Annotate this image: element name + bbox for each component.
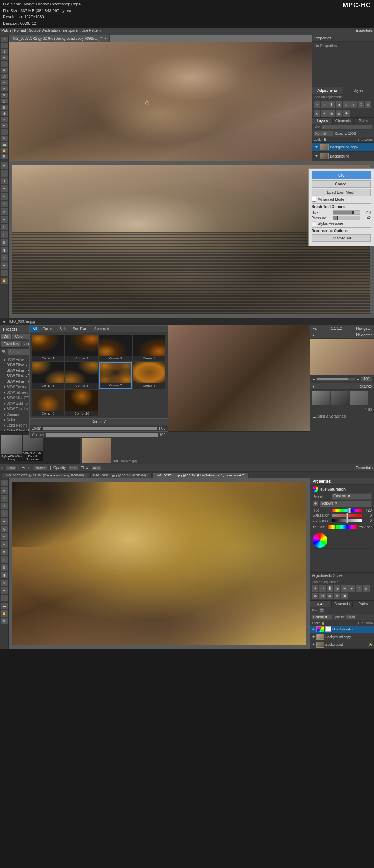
ps-tab4-2[interactable]: IMG_0637m.jpg @ 33.3% (RGB/8#) * <box>90 472 152 478</box>
adj-gradient-map[interactable]: ▤ <box>365 101 371 108</box>
adj4-chanmix[interactable]: ⊞ <box>319 593 326 599</box>
corner-item-4[interactable]: Corner 4 <box>133 335 165 361</box>
tool2-hand[interactable]: ✋ <box>1 278 8 284</box>
tool2-crop[interactable]: ⊹ <box>1 193 8 200</box>
preset-tab-color[interactable]: Color <box>12 334 27 339</box>
tab-channels[interactable]: Channels <box>333 118 353 124</box>
select-tool[interactable]: ▭ <box>1 43 8 48</box>
toolbar4-opacity-val[interactable]: 21% <box>69 466 79 470</box>
tool2-dodge[interactable]: ○ <box>1 254 8 261</box>
tool4-lasso[interactable]: ⌇ <box>1 495 8 502</box>
liquify-size-slider[interactable] <box>333 210 360 215</box>
texture-thumb-3[interactable] <box>350 391 368 405</box>
adj4-posterize[interactable]: ▣ <box>327 593 333 599</box>
zoom-input[interactable] <box>361 376 372 382</box>
corner-item-8[interactable]: Corner 8 <box>133 362 165 389</box>
tool2-eyedrop[interactable]: ✒ <box>1 201 8 207</box>
liquify-cancel-button[interactable]: Cancel <box>312 180 371 188</box>
adj-photo-filter[interactable]: ⬡ <box>358 101 364 108</box>
adj4-huesat[interactable]: ◑ <box>334 585 340 592</box>
adj-channel-mixer[interactable]: ⊞ <box>321 110 328 117</box>
corner-item-2[interactable]: Corner 2 <box>80 335 98 361</box>
nav-zoom-slider[interactable] <box>316 378 355 381</box>
adj4-bright[interactable]: ☀ <box>312 585 318 592</box>
hs-sat-slider[interactable] <box>332 514 362 517</box>
preset-thumb-2[interactable]: Agfa APX 400 - Dust & Scratches <box>23 435 43 461</box>
textures-collapse-icon[interactable]: ▾ <box>313 384 314 388</box>
liquify-ok-button[interactable]: OK <box>312 171 371 179</box>
tool2-move[interactable]: ✛ <box>1 162 8 169</box>
tool4-brush[interactable]: ✏ <box>1 533 8 540</box>
lock-icon[interactable]: 🔒 <box>323 138 327 141</box>
tool4-dodge[interactable]: ○ <box>1 580 8 586</box>
hs-channel-dropdown[interactable]: Yellows ▼ <box>320 501 372 507</box>
tool2-type[interactable]: T <box>1 270 8 276</box>
tool2-pen[interactable]: ✒ <box>1 262 8 269</box>
hs-master-btn[interactable]: ⊗ <box>313 501 318 506</box>
hs-light-slider[interactable] <box>332 519 362 522</box>
tool4-hand[interactable]: ✋ <box>1 610 8 617</box>
tool2-brush[interactable]: ✏ <box>1 216 8 223</box>
tool4-eyedrop[interactable]: ✒ <box>1 518 8 525</box>
layer4-eye-bgcopy[interactable]: 👁 <box>312 635 315 639</box>
adj4-curves[interactable]: ∿ <box>319 585 326 592</box>
adj-levels[interactable]: ▊ <box>328 101 335 108</box>
adj-tab4-styles[interactable]: Styles <box>333 574 343 578</box>
layer4-item-huesat[interactable]: 👁 Hue/Saturation 1 <box>310 626 374 633</box>
canvas-tab1[interactable]: IMG_0637.CR2 @ 62.6% (Background copy, R… <box>9 35 110 42</box>
spot-heal-tool[interactable]: ◎ <box>1 74 8 79</box>
texture-thumb-2[interactable] <box>331 391 349 405</box>
tool2-lasso[interactable]: ⌇ <box>1 178 8 184</box>
move-tool[interactable]: ✛ <box>1 37 8 42</box>
layers4-kind-selector[interactable]: ▽ <box>319 608 324 613</box>
adj-brightness[interactable]: ☀ <box>314 101 320 108</box>
adj-colorbal[interactable]: ⊡ <box>343 101 350 108</box>
adj4-vibrance[interactable]: ◈ <box>348 585 355 592</box>
tool4-wand[interactable]: ✦ <box>1 503 8 509</box>
type-tool[interactable]: T <box>1 129 8 135</box>
tool2-clone[interactable]: ✂ <box>1 224 8 230</box>
corner-item-3[interactable]: Corner 3 <box>99 335 132 361</box>
tool4-eraser[interactable]: ◻ <box>1 556 8 563</box>
toolbar4-mode-val[interactable]: Normal <box>34 466 48 470</box>
essentials4-label[interactable]: Essentials <box>356 466 373 470</box>
dodge-tool[interactable]: ○ <box>1 117 8 122</box>
adj-threshold[interactable]: ▧ <box>336 110 342 117</box>
preset-tab-all[interactable]: All <box>1 334 11 339</box>
tool4-gradient[interactable]: ▦ <box>1 564 8 571</box>
tool4-select[interactable]: ▭ <box>1 487 8 494</box>
adj-posterize[interactable]: ▣ <box>328 110 335 117</box>
tool4-hist[interactable]: ↺ <box>1 549 8 555</box>
blend-mode-selector[interactable]: Normal <box>314 131 334 136</box>
close-tab-icon[interactable]: × <box>104 37 106 41</box>
tool4-shape[interactable]: ▬ <box>1 603 8 609</box>
corner-zoom-slider[interactable] <box>80 427 157 430</box>
lr-back-icon[interactable]: ◀ <box>2 320 5 324</box>
adj4-thresh[interactable]: ▧ <box>334 593 340 599</box>
corner-tab-sunflare[interactable]: Sun Flare <box>80 326 91 332</box>
tool4-blur[interactable]: ◑ <box>1 572 8 578</box>
dust-scratches-icon[interactable]: ☰ <box>313 414 316 418</box>
tool2-select[interactable]: ▭ <box>1 170 8 177</box>
crop-tool[interactable]: ⊹ <box>1 61 8 67</box>
layers-tab4-channels[interactable]: Channels <box>332 601 353 607</box>
layers-tab4-paths[interactable]: Paths <box>353 601 374 607</box>
eraser-tool[interactable]: ◻ <box>1 99 8 104</box>
corner-opacity-slider[interactable] <box>80 433 158 437</box>
tool2-heal[interactable]: ◎ <box>1 208 8 215</box>
eyedropper-tool[interactable]: ✒ <box>1 68 8 73</box>
layer-eye-bg[interactable]: 👁 <box>314 154 319 159</box>
gradient-tool[interactable]: ▦ <box>1 105 8 110</box>
layer4-item-bg[interactable]: 👁 Background 🔒 <box>310 641 374 649</box>
liquify-restore-all-button[interactable]: Restore All <box>312 234 371 242</box>
tool4-crop[interactable]: ⊹ <box>1 510 8 517</box>
tool4-zoom[interactable]: 🔍 <box>1 618 8 624</box>
tool4-clone[interactable]: ✂ <box>1 541 8 548</box>
adj-huesat[interactable]: ◑ <box>336 101 342 108</box>
blend4-select[interactable]: Normal ▼ <box>312 615 332 620</box>
adj-vibrance[interactable]: ◈ <box>350 101 357 108</box>
pen-tool[interactable]: ✒ <box>1 123 8 128</box>
texture-thumb-1[interactable] <box>312 391 330 405</box>
hs-hue-slider[interactable] <box>332 509 362 512</box>
magic-wand-tool[interactable]: ✦ <box>1 55 8 60</box>
